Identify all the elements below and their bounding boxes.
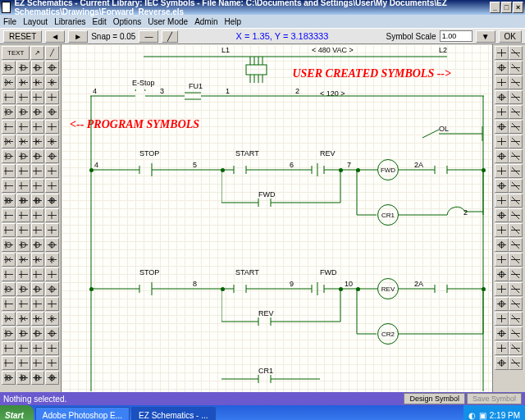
tray-icon[interactable]: ▣ bbox=[479, 411, 486, 420]
symbol-tool-41[interactable] bbox=[16, 208, 30, 222]
scale-input[interactable] bbox=[440, 30, 472, 42]
symbol-tool-20[interactable] bbox=[2, 135, 16, 148]
user-symbol-38[interactable] bbox=[495, 326, 509, 340]
user-symbol-14[interactable] bbox=[495, 149, 509, 163]
user-symbol-43[interactable] bbox=[509, 356, 523, 370]
user-symbol-33[interactable] bbox=[509, 282, 523, 296]
user-symbol-13[interactable] bbox=[509, 135, 523, 148]
symbol-tool-9[interactable] bbox=[16, 90, 30, 104]
symbol-tool-1[interactable] bbox=[16, 61, 30, 75]
symbol-tool-54[interactable] bbox=[31, 253, 45, 267]
symbol-tool-36[interactable] bbox=[2, 194, 16, 208]
user-symbol-19[interactable] bbox=[509, 179, 523, 193]
tool-diag[interactable]: ╱ bbox=[162, 30, 178, 43]
text-tool[interactable]: TEXT bbox=[2, 46, 30, 60]
symbol-tool-79[interactable] bbox=[45, 341, 59, 355]
symbol-tool-38[interactable] bbox=[31, 194, 45, 208]
user-symbol-35[interactable] bbox=[509, 297, 523, 311]
symbol-tool-60[interactable] bbox=[2, 282, 16, 296]
symbol-tool-80[interactable] bbox=[2, 356, 16, 370]
symbol-tool-50[interactable] bbox=[31, 238, 45, 252]
tool-prev[interactable]: ◄ bbox=[45, 30, 65, 43]
line-tool[interactable]: ╱ bbox=[45, 46, 59, 60]
symbol-tool-62[interactable] bbox=[31, 282, 45, 296]
symbol-tool-46[interactable] bbox=[31, 223, 45, 237]
user-symbol-29[interactable] bbox=[509, 253, 523, 267]
symbol-tool-30[interactable] bbox=[31, 164, 45, 178]
menu-options[interactable]: Options bbox=[113, 17, 141, 26]
close-button[interactable]: × bbox=[513, 2, 523, 13]
user-symbol-25[interactable] bbox=[509, 223, 523, 237]
symbol-tool-49[interactable] bbox=[16, 238, 30, 252]
user-symbol-7[interactable] bbox=[509, 90, 523, 104]
symbol-tool-15[interactable] bbox=[45, 105, 59, 119]
symbol-tool-55[interactable] bbox=[45, 253, 59, 267]
minimize-button[interactable]: _ bbox=[490, 2, 500, 13]
symbol-tool-2[interactable] bbox=[31, 61, 45, 75]
symbol-tool-56[interactable] bbox=[2, 267, 16, 281]
symbol-tool-12[interactable] bbox=[2, 105, 16, 119]
symbol-tool-69[interactable] bbox=[16, 312, 30, 326]
symbol-tool-58[interactable] bbox=[31, 267, 45, 281]
symbol-tool-16[interactable] bbox=[2, 120, 16, 134]
user-symbol-11[interactable] bbox=[509, 120, 523, 134]
symbol-tool-64[interactable] bbox=[2, 297, 16, 311]
symbol-tool-7[interactable] bbox=[45, 75, 59, 89]
user-symbol-17[interactable] bbox=[509, 164, 523, 178]
user-symbol-27[interactable] bbox=[509, 238, 523, 252]
menu-help[interactable]: Help bbox=[224, 17, 241, 26]
user-symbol-15[interactable] bbox=[509, 149, 523, 163]
symbol-tool-82[interactable] bbox=[31, 356, 45, 370]
task-photoshop[interactable]: Adobe Photoshop E... bbox=[35, 407, 130, 420]
symbol-tool-67[interactable] bbox=[45, 297, 59, 311]
design-symbol-button[interactable]: Design Symbol bbox=[404, 393, 465, 404]
symbol-tool-75[interactable] bbox=[45, 326, 59, 340]
symbol-tool-76[interactable] bbox=[2, 341, 16, 355]
symbol-tool-40[interactable] bbox=[2, 208, 16, 222]
symbol-tool-14[interactable] bbox=[31, 105, 45, 119]
symbol-tool-27[interactable] bbox=[45, 149, 59, 163]
symbol-tool-22[interactable] bbox=[31, 135, 45, 148]
symbol-tool-31[interactable] bbox=[45, 164, 59, 178]
symbol-tool-6[interactable] bbox=[31, 75, 45, 89]
symbol-tool-86[interactable] bbox=[31, 371, 45, 385]
symbol-tool-52[interactable] bbox=[2, 253, 16, 267]
symbol-tool-35[interactable] bbox=[45, 179, 59, 193]
symbol-tool-78[interactable] bbox=[31, 341, 45, 355]
user-symbol-10[interactable] bbox=[495, 120, 509, 134]
symbol-tool-71[interactable] bbox=[45, 312, 59, 326]
symbol-tool-83[interactable] bbox=[45, 356, 59, 370]
user-symbol-12[interactable] bbox=[495, 135, 509, 148]
symbol-tool-42[interactable] bbox=[31, 208, 45, 222]
maximize-button[interactable]: □ bbox=[501, 2, 512, 13]
symbol-tool-37[interactable] bbox=[16, 194, 30, 208]
menu-admin[interactable]: Admin bbox=[194, 17, 217, 26]
symbol-tool-17[interactable] bbox=[16, 120, 30, 134]
user-symbol-31[interactable] bbox=[509, 267, 523, 281]
user-symbol-28[interactable] bbox=[495, 253, 509, 267]
menu-usermode[interactable]: User Mode bbox=[148, 17, 188, 26]
menu-file[interactable]: File bbox=[3, 17, 16, 26]
user-symbol-4[interactable] bbox=[495, 75, 509, 89]
user-symbol-24[interactable] bbox=[495, 223, 509, 237]
symbol-tool-11[interactable] bbox=[45, 90, 59, 104]
symbol-tool-24[interactable] bbox=[2, 149, 16, 163]
symbol-tool-8[interactable] bbox=[2, 90, 16, 104]
symbol-tool-68[interactable] bbox=[2, 312, 16, 326]
symbol-tool-47[interactable] bbox=[45, 223, 59, 237]
symbol-tool-73[interactable] bbox=[16, 326, 30, 340]
symbol-tool-53[interactable] bbox=[16, 253, 30, 267]
symbol-tool-85[interactable] bbox=[16, 371, 30, 385]
symbol-tool-33[interactable] bbox=[16, 179, 30, 193]
symbol-tool-44[interactable] bbox=[2, 223, 16, 237]
user-symbol-2[interactable] bbox=[495, 61, 509, 75]
user-symbol-26[interactable] bbox=[495, 238, 509, 252]
symbol-tool-25[interactable] bbox=[16, 149, 30, 163]
user-symbol-8[interactable] bbox=[495, 105, 509, 119]
arrow-tool[interactable]: ↗ bbox=[30, 46, 44, 60]
user-symbol-0[interactable] bbox=[495, 46, 509, 60]
symbol-tool-4[interactable] bbox=[2, 75, 16, 89]
symbol-tool-34[interactable] bbox=[31, 179, 45, 193]
user-symbol-32[interactable] bbox=[495, 282, 509, 296]
ok-button[interactable]: OK bbox=[499, 30, 522, 43]
